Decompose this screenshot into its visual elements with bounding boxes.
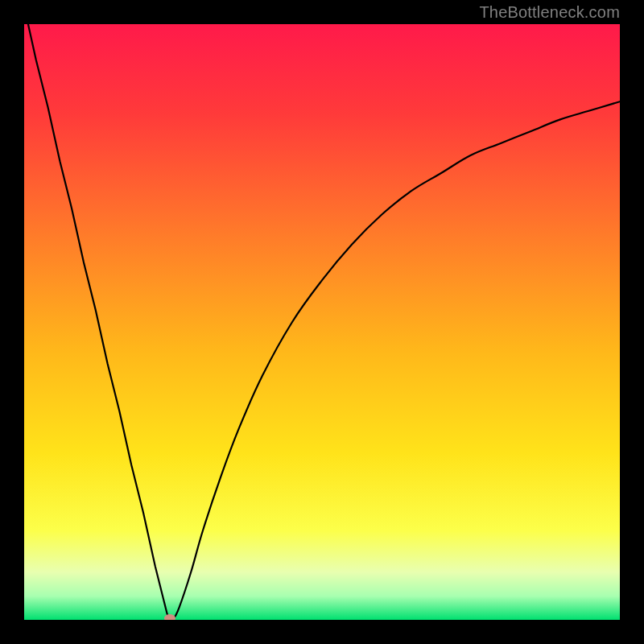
optimal-point-marker <box>164 614 175 620</box>
plot-area <box>24 24 620 620</box>
watermark-text: TheBottleneck.com <box>479 3 620 22</box>
bottleneck-curve <box>24 24 620 620</box>
chart-frame: TheBottleneck.com <box>0 0 644 644</box>
